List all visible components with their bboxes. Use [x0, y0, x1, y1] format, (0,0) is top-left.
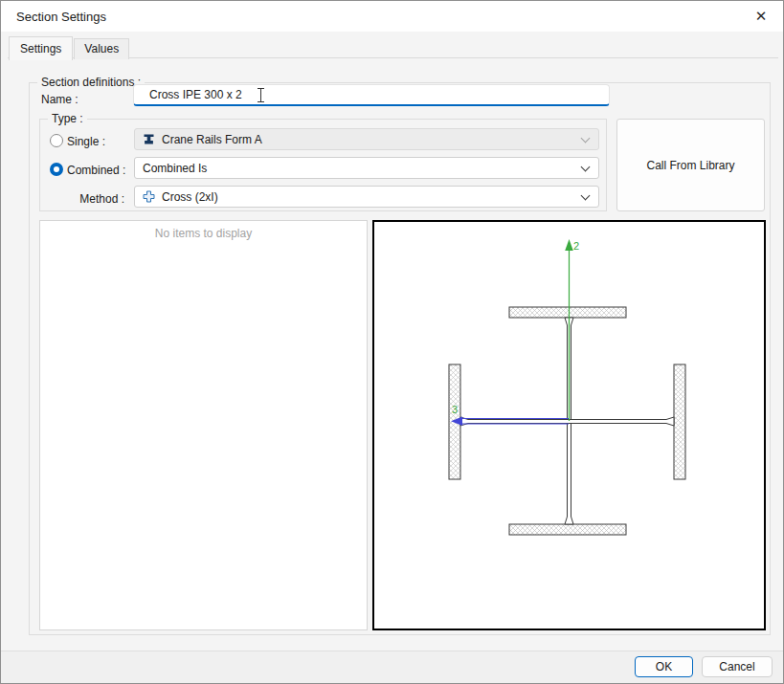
text-cursor-pointer [258, 88, 264, 102]
type-group: Type : Single : Crane Rails Form A Combi… [39, 119, 607, 211]
items-list-panel[interactable]: No items to display [39, 220, 368, 630]
settings-tab-page: Section definitions : Name : Type : Sing… [8, 57, 778, 652]
name-field-wrapper [133, 84, 610, 107]
combined-radio-label[interactable]: Combined : [67, 164, 125, 177]
section-definitions-group: Section definitions : Name : Type : Sing… [29, 82, 771, 635]
section-settings-dialog: Section Settings ✕ Settings Values Secti… [0, 0, 784, 684]
empty-list-message: No items to display [40, 227, 367, 240]
type-group-label: Type : [48, 112, 87, 125]
call-from-library-label: Call From Library [646, 159, 734, 172]
title-bar: Section Settings ✕ [1, 1, 783, 32]
method-dropdown[interactable]: Cross (2xI) [134, 186, 599, 208]
axis-2-label: 2 [573, 240, 579, 252]
chevron-down-icon [581, 134, 591, 143]
combined-radio[interactable] [50, 163, 63, 176]
method-label: Method : [40, 192, 124, 206]
single-type-dropdown[interactable]: Crane Rails Form A [134, 128, 599, 150]
name-input[interactable] [133, 84, 610, 106]
name-label: Name : [41, 93, 78, 106]
cross-section-drawing: 2 3 [374, 222, 764, 629]
ok-button[interactable]: OK [635, 656, 693, 677]
axis-3-label: 3 [452, 404, 458, 415]
single-radio[interactable] [50, 134, 63, 147]
crane-rail-icon [143, 133, 155, 145]
section-preview-panel: 2 3 [372, 220, 766, 630]
tab-values[interactable]: Values [74, 38, 129, 59]
axis-2-arrow [565, 239, 573, 251]
section-definitions-label: Section definitions : [37, 76, 145, 89]
window-title: Section Settings [16, 10, 106, 24]
combined-type-dropdown[interactable]: Combined Is [134, 157, 599, 179]
tab-strip: Settings Values [9, 36, 130, 59]
cancel-button-label: Cancel [719, 660, 754, 673]
call-from-library-button[interactable]: Call From Library [616, 119, 765, 211]
dialog-footer: OK Cancel [1, 651, 783, 683]
cross-section-icon [143, 190, 155, 203]
single-type-value: Crane Rails Form A [162, 133, 262, 146]
method-value: Cross (2xI) [162, 190, 218, 204]
chevron-down-icon [581, 191, 591, 201]
tab-settings[interactable]: Settings [9, 36, 73, 60]
single-radio-label[interactable]: Single : [67, 135, 105, 148]
close-icon[interactable]: ✕ [739, 1, 783, 32]
chevron-down-icon [581, 163, 591, 172]
cancel-button[interactable]: Cancel [702, 656, 773, 677]
ok-button-label: OK [656, 660, 672, 673]
combined-type-value: Combined Is [143, 162, 207, 175]
